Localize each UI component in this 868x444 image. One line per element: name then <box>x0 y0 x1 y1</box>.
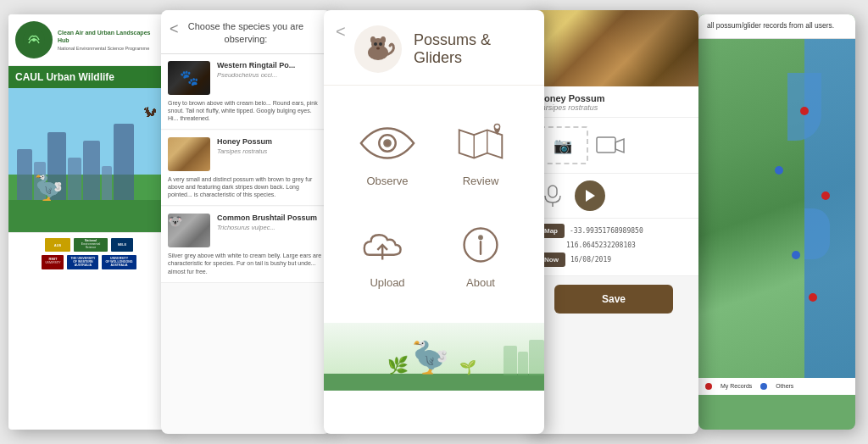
menu-header: Possums & Gliders <box>324 10 544 86</box>
menu-item-upload[interactable]: Upload <box>341 204 434 306</box>
review-label: Review <box>463 175 499 187</box>
map-body[interactable] <box>698 39 855 378</box>
screens-container: Clean Air and Urban Landscapes Hub Natio… <box>0 0 868 444</box>
map-pin-blue <box>792 251 800 259</box>
menu-back-button[interactable]: < <box>336 22 346 42</box>
species-thumb-ringtail: 🐾 <box>168 61 210 95</box>
svg-marker-21 <box>586 190 595 202</box>
species-desc-honey: A very small and distinct possum with br… <box>168 175 324 198</box>
menu-footer: 🦤 🌿 🌱 <box>324 323 544 391</box>
brochure-content-area: AUS National Environmental Science MELB … <box>8 232 170 275</box>
coord-lat: -33.99351768989850 <box>570 227 643 235</box>
caul-logo <box>15 21 53 58</box>
screen-map: all possum/glider records from all users… <box>698 14 855 430</box>
brochure-programme: National Environmental Science Programme <box>58 46 163 51</box>
brochure-illustration: 🦤 🐿 <box>8 88 170 232</box>
possum-icon <box>354 25 402 73</box>
menu-title: Possums & Gliders <box>414 31 532 67</box>
svg-point-4 <box>370 36 376 43</box>
screen-main-menu: < Possums & Glid <box>324 10 544 434</box>
menu-item-review[interactable]: Review <box>434 103 527 204</box>
list-item[interactable]: 🐾 Western Ringtail Po... Pseudocheirus o… <box>161 54 331 130</box>
about-label: About <box>466 276 495 289</box>
map-legend: My Records Others <box>698 378 855 395</box>
screen-list: < Choose the species you are observing: … <box>161 10 331 434</box>
upload-icon <box>358 221 417 268</box>
legend-others: Others <box>776 383 793 389</box>
save-button[interactable]: Save <box>554 285 673 314</box>
menu-item-observe[interactable]: Observe <box>341 103 434 204</box>
eye-icon <box>358 119 417 166</box>
menu-grid: Observe Review <box>324 86 544 323</box>
svg-rect-19 <box>548 186 557 197</box>
species-latin-honey: Tarsipes rostratus <box>217 147 324 155</box>
coord-lng-row: 116.0645232208103 <box>537 241 690 249</box>
legend-dot-others <box>760 383 767 390</box>
species-info-brushtail: Common Brushtail Possum Trichosurus vulp… <box>217 214 324 235</box>
info-icon <box>451 221 510 268</box>
species-desc-ringtail: Grey to brown above with cream belo... R… <box>168 99 324 122</box>
map-header: all possum/glider records from all users… <box>698 14 855 39</box>
list-item[interactable]: Honey Possum Tarsipes rostratus A very s… <box>161 130 331 206</box>
detail-species-name: Honey Possum <box>537 93 690 103</box>
map-pin <box>821 191 830 200</box>
detail-species-latin: Tarsipes rostratus <box>537 103 690 112</box>
screen-detail: Honey Possum Tarsipes rostratus 📷 <box>529 10 698 434</box>
species-list-scroll[interactable]: 🐾 Western Ringtail Po... Pseudocheirus o… <box>161 54 331 284</box>
map-pin-icon <box>451 119 510 166</box>
legend-my-records: My Records <box>721 383 752 389</box>
menu-item-about[interactable]: About <box>434 204 527 306</box>
brochure-org-name: Clean Air and Urban Landscapes Hub <box>58 29 163 44</box>
play-button[interactable] <box>575 180 605 211</box>
species-thumb-brushtail: 🐨 <box>168 214 210 247</box>
species-thumb-honey <box>168 137 210 171</box>
species-latin-brushtail: Trichosurus vulpec... <box>217 224 324 231</box>
list-item[interactable]: 🐨 Common Brushtail Possum Trichosurus vu… <box>161 207 331 282</box>
screen-brochure: Clean Air and Urban Landscapes Hub Natio… <box>8 14 170 430</box>
coord-date-row: Now 16/08/2019 <box>537 253 690 267</box>
detail-photo-overlay <box>529 10 698 86</box>
svg-point-17 <box>479 236 482 239</box>
brochure-title: CAUL Urban Wildlife <box>8 66 170 88</box>
svg-point-10 <box>384 140 391 147</box>
svg-point-7 <box>379 42 382 46</box>
species-name-honey: Honey Possum <box>217 137 324 146</box>
detail-media-row: 📷 <box>529 118 698 174</box>
media-thumb[interactable]: 📷 <box>537 126 588 164</box>
map-pin <box>800 107 809 115</box>
coord-lng: 116.0645232208103 <box>566 241 636 249</box>
svg-point-6 <box>374 42 377 46</box>
species-info-honey: Honey Possum Tarsipes rostratus <box>217 137 324 158</box>
species-name-ringtail: Western Ringtail Po... <box>217 61 324 69</box>
svg-point-8 <box>376 47 380 50</box>
detail-photo <box>529 10 698 86</box>
svg-point-13 <box>495 125 499 129</box>
map-pin-blue <box>775 166 783 175</box>
species-name-brushtail: Common Brushtail Possum <box>217 214 324 222</box>
detail-name-block: Honey Possum Tarsipes rostratus <box>529 86 698 118</box>
species-desc-brushtail: Silver grey above with white to cream be… <box>168 252 324 275</box>
list-back-button[interactable]: < <box>170 20 179 38</box>
map-header-text: all possum/glider records from all users… <box>707 21 834 30</box>
svg-point-1 <box>32 38 36 42</box>
brochure-header: Clean Air and Urban Landscapes Hub Natio… <box>8 14 170 66</box>
save-btn-row: Save <box>529 276 698 322</box>
list-header-text: Choose the species you are observing: <box>161 10 331 54</box>
svg-rect-18 <box>597 137 615 153</box>
observe-label: Observe <box>366 175 408 187</box>
coord-date: 16/08/2019 <box>570 256 611 264</box>
map-pin <box>809 293 817 302</box>
detail-audio-row <box>529 174 698 219</box>
coord-lat-row: Map -33.99351768989850 <box>537 224 690 238</box>
species-info-ringtail: Western Ringtail Po... Pseudocheirus occ… <box>217 61 324 82</box>
species-latin-ringtail: Pseudocheirus occi... <box>217 71 324 79</box>
svg-point-5 <box>381 36 386 43</box>
detail-coords: Map -33.99351768989850 116.0645232208103… <box>529 219 698 276</box>
legend-dot-my <box>705 383 712 390</box>
video-button[interactable] <box>593 129 627 163</box>
upload-label: Upload <box>370 276 404 289</box>
